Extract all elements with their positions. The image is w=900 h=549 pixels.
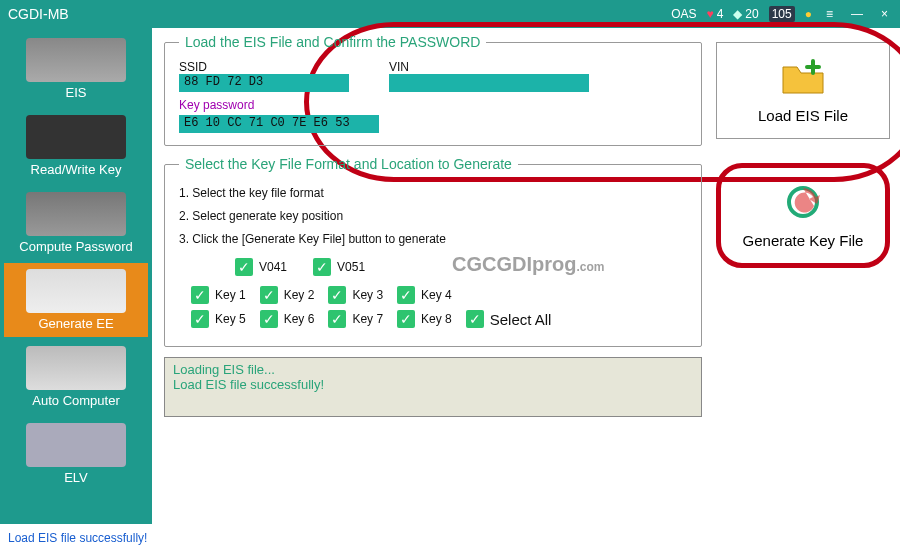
generate-key-file-button[interactable]: Generate Key File: [716, 163, 890, 268]
steps: 1. Select the key file format 2. Select …: [179, 182, 687, 250]
select-format-group: Select the Key File Format and Location …: [164, 156, 702, 347]
key-6[interactable]: Key 6: [260, 310, 315, 328]
elv-icon: [26, 423, 126, 467]
key-8[interactable]: Key 8: [397, 310, 452, 328]
right-column: Load EIS File Generate Key File: [712, 28, 900, 524]
heart-icon: ♥: [707, 7, 714, 21]
key-7[interactable]: Key 7: [328, 310, 383, 328]
diamond-count: 20: [745, 7, 758, 21]
log-line: Loading EIS file...: [173, 362, 693, 377]
keypw-field[interactable]: E6 10 CC 71 C0 7E E6 53: [179, 115, 379, 133]
oas-label: OAS: [671, 7, 696, 21]
vin-field[interactable]: [389, 74, 589, 92]
select-all-label: Select All: [490, 311, 552, 328]
ssid-field[interactable]: 88 FD 72 D3: [179, 74, 349, 92]
sidebar-item-eis[interactable]: EIS: [4, 32, 148, 106]
log-panel: Loading EIS file... Load EIS file succes…: [164, 357, 702, 417]
step3: 3. Click the [Generate Key File] button …: [179, 228, 687, 251]
format-v051[interactable]: V051: [313, 258, 365, 276]
key-label: Key 8: [421, 312, 452, 326]
menu-icon[interactable]: ≡: [822, 7, 837, 21]
refresh-icon: [779, 178, 827, 226]
status-bar: Load EIS file successfully!: [0, 531, 900, 549]
button-label: Generate Key File: [743, 232, 864, 249]
key-label: Key 1: [215, 288, 246, 302]
load-eis-group: Load the EIS File and Confirm the PASSWO…: [164, 34, 702, 146]
sidebar-item-compute-password[interactable]: Compute Password: [4, 186, 148, 260]
checkbox-icon: [328, 310, 346, 328]
step1: 1. Select the key file format: [179, 182, 687, 205]
checkbox-icon: [260, 286, 278, 304]
status-text: Load EIS file successfully!: [8, 531, 147, 545]
select-format-legend: Select the Key File Format and Location …: [179, 156, 518, 172]
sidebar-item-generate-ee[interactable]: Generate EE: [4, 263, 148, 337]
key-4[interactable]: Key 4: [397, 286, 452, 304]
sidebar: EIS Read/Write Key Compute Password Gene…: [0, 28, 152, 524]
diamond-badge: ◆ 20: [733, 7, 758, 21]
vin-label: VIN: [389, 60, 589, 74]
main: EIS Read/Write Key Compute Password Gene…: [0, 28, 900, 524]
sidebar-item-label: EIS: [66, 85, 87, 100]
minimize-button[interactable]: —: [847, 7, 867, 21]
key-3[interactable]: Key 3: [328, 286, 383, 304]
sidebar-item-read-write-key[interactable]: Read/Write Key: [4, 109, 148, 183]
key-1[interactable]: Key 1: [191, 286, 246, 304]
sidebar-item-label: Auto Computer: [32, 393, 119, 408]
format-label: V051: [337, 260, 365, 274]
calendar-badge: 105: [769, 6, 795, 22]
titlebar: CGDI-MB OAS ♥ 4 ◆ 20 105 ● ≡ — ×: [0, 0, 900, 28]
key-label: Key 3: [352, 288, 383, 302]
sidebar-item-auto-computer[interactable]: Auto Computer: [4, 340, 148, 414]
key-label: Key 7: [352, 312, 383, 326]
button-label: Load EIS File: [758, 107, 848, 124]
checkbox-icon: [328, 286, 346, 304]
checkbox-icon: [235, 258, 253, 276]
eis-icon: [26, 38, 126, 82]
sidebar-item-label: Compute Password: [19, 239, 132, 254]
checkbox-icon: [260, 310, 278, 328]
checkbox-icon: [397, 310, 415, 328]
checkbox-icon: [191, 286, 209, 304]
key-icon: [26, 115, 126, 159]
key-2[interactable]: Key 2: [260, 286, 315, 304]
key-label: Key 4: [421, 288, 452, 302]
log-line: Load EIS file successfully!: [173, 377, 693, 392]
checkbox-icon: [191, 310, 209, 328]
load-eis-file-button[interactable]: Load EIS File: [716, 42, 890, 139]
center-panel: Load the EIS File and Confirm the PASSWO…: [152, 28, 712, 524]
checkbox-icon: [313, 258, 331, 276]
chip-icon: [26, 192, 126, 236]
checkbox-icon: [466, 310, 484, 328]
sidebar-item-label: ELV: [64, 470, 88, 485]
titlebar-right: OAS ♥ 4 ◆ 20 105 ● ≡ — ×: [671, 6, 892, 22]
heart-count: 4: [717, 7, 724, 21]
key-label: Key 5: [215, 312, 246, 326]
checkbox-icon: [397, 286, 415, 304]
load-eis-legend: Load the EIS File and Confirm the PASSWO…: [179, 34, 486, 50]
key-label: Key 6: [284, 312, 315, 326]
sidebar-item-label: Generate EE: [38, 316, 113, 331]
calendar-value: 105: [772, 7, 792, 21]
heart-badge: ♥ 4: [707, 7, 724, 21]
folder-plus-icon: [779, 53, 827, 101]
sidebar-item-elv[interactable]: ELV: [4, 417, 148, 491]
sidebar-item-label: Read/Write Key: [31, 162, 122, 177]
close-button[interactable]: ×: [877, 7, 892, 21]
format-v041[interactable]: V041: [235, 258, 287, 276]
medal-icon: ●: [805, 7, 812, 21]
step2: 2. Select generate key position: [179, 205, 687, 228]
select-all[interactable]: Select All: [466, 310, 552, 328]
key-label: Key 2: [284, 288, 315, 302]
key-5[interactable]: Key 5: [191, 310, 246, 328]
diamond-icon: ◆: [733, 7, 742, 21]
printer-icon: [26, 269, 126, 313]
ssid-label: SSID: [179, 60, 349, 74]
app-title: CGDI-MB: [8, 6, 671, 22]
keypw-label: Key password: [179, 98, 687, 112]
ecu-icon: [26, 346, 126, 390]
format-label: V041: [259, 260, 287, 274]
